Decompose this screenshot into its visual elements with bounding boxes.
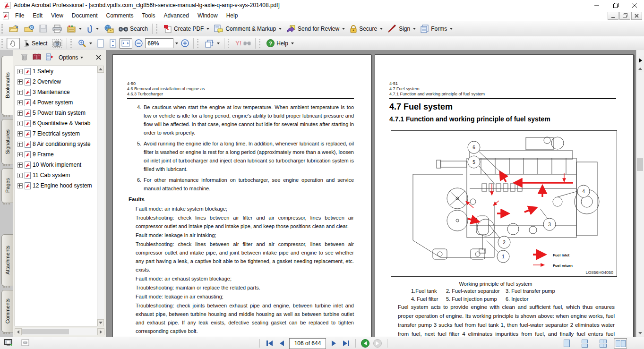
last-page-button[interactable] [341, 339, 351, 348]
restore-window-icon[interactable] [606, 0, 625, 10]
toolbar-grip[interactable] [70, 39, 73, 48]
zoom-level-input[interactable] [145, 38, 173, 48]
bookmark-item[interactable]: 2 Overview [15, 77, 104, 87]
email-button[interactable] [101, 23, 116, 34]
bookmark-item[interactable]: 1 Safety [15, 66, 104, 77]
menu-advanced[interactable]: Advanced [160, 11, 193, 20]
menu-window[interactable]: Window [193, 11, 222, 20]
menu-edit[interactable]: Edit [28, 11, 47, 20]
hide-panel-icon[interactable] [636, 56, 644, 65]
help-dropdown-icon[interactable] [291, 43, 294, 44]
rotate-pages-button[interactable] [202, 38, 222, 49]
bookmark-item[interactable]: 8 Air conditioning syste [15, 139, 104, 149]
pdf-page-left[interactable]: 4-50 4.6 Removal and installation of eng… [112, 54, 371, 337]
menu-file[interactable]: File [11, 11, 28, 20]
facing-layout-button[interactable] [614, 338, 627, 349]
reading-mode-icon[interactable] [4, 339, 13, 349]
expand-icon[interactable] [17, 183, 23, 188]
expand-icon[interactable] [17, 79, 23, 85]
save-button[interactable] [37, 23, 50, 34]
expand-icon[interactable] [17, 173, 23, 178]
expand-bookmark-icon[interactable] [33, 53, 41, 62]
bookmarks-options-button[interactable]: Options [59, 54, 83, 61]
attach-dropdown-icon[interactable] [96, 28, 99, 30]
zoom-in-button[interactable] [179, 38, 191, 49]
toolbar-grip[interactable] [156, 24, 159, 34]
toolbar-grip[interactable] [1, 24, 4, 34]
expand-icon[interactable] [17, 142, 23, 147]
tab-attachments[interactable]: Attachments [1, 234, 13, 286]
sign-button[interactable]: Sign [385, 23, 418, 34]
tab-signatures[interactable]: Signatures [1, 119, 13, 164]
next-page-button[interactable] [329, 339, 338, 348]
comment-markup-dropdown-icon[interactable] [279, 28, 282, 30]
expand-icon[interactable] [17, 131, 23, 136]
expand-icon[interactable] [17, 162, 23, 168]
hand-tool-button[interactable] [7, 38, 20, 49]
send-for-review-button[interactable]: Send for Review [284, 23, 347, 34]
document-vertical-scrollbar[interactable] [636, 50, 644, 337]
bookmarks-vertical-scrollbar[interactable] [97, 66, 104, 326]
organizer-open-button[interactable] [22, 23, 37, 34]
bookmarks-horizontal-scrollbar[interactable] [15, 328, 104, 335]
scroll-left-icon[interactable] [15, 328, 22, 335]
menu-comments[interactable]: Comments [102, 11, 138, 20]
first-page-button[interactable] [265, 339, 274, 348]
scroll-down-icon[interactable] [97, 319, 104, 326]
scroll-right-icon[interactable] [97, 328, 104, 335]
single-page-layout-button[interactable] [560, 338, 573, 349]
forms-button[interactable]: Forms [418, 23, 455, 34]
toolbar-grip[interactable] [1, 39, 4, 48]
expand-icon[interactable] [17, 111, 23, 116]
bookmark-item[interactable]: 7 Electrical system [15, 128, 104, 139]
yahoo-search-button[interactable]: Y! [233, 38, 253, 48]
expand-icon[interactable] [17, 121, 23, 126]
bookmark-item[interactable]: 11 Cab system [15, 170, 104, 180]
previous-page-button[interactable] [277, 339, 286, 348]
toolbar-grip[interactable] [228, 39, 231, 48]
rotate-pages-dropdown-icon[interactable] [217, 43, 220, 44]
scrollbar-thumb[interactable] [637, 158, 643, 171]
expand-icon[interactable] [17, 90, 23, 95]
bookmark-item[interactable]: 3 Maintenance [15, 87, 104, 97]
create-pdf-dropdown-icon[interactable] [206, 28, 209, 30]
menu-view[interactable]: View [47, 11, 68, 20]
new-bookmark-icon[interactable] [46, 53, 54, 62]
tab-bookmarks[interactable]: Bookmarks [1, 56, 13, 115]
doc-minimize-icon[interactable] [608, 12, 618, 20]
tab-pages[interactable]: Pages [1, 168, 13, 203]
next-view-button[interactable] [373, 339, 382, 348]
actual-size-button[interactable] [94, 38, 107, 49]
scroll-up-icon[interactable] [97, 66, 104, 73]
expand-icon[interactable] [17, 69, 23, 74]
attach-button[interactable] [84, 23, 101, 34]
continuous-layout-button[interactable] [578, 338, 591, 349]
zoom-out-button[interactable] [132, 38, 145, 49]
expand-icon[interactable] [17, 152, 23, 157]
expand-icon[interactable] [17, 100, 23, 105]
secure-dropdown-icon[interactable] [380, 28, 383, 30]
bookmark-item[interactable]: 4 Power system [15, 97, 104, 108]
zoom-tool-dropdown-icon[interactable] [89, 43, 92, 44]
bookmark-item[interactable]: 6 Quantitative & Variab [15, 118, 104, 128]
open-button[interactable] [7, 23, 22, 34]
secure-button[interactable]: Secure [347, 23, 385, 34]
fit-width-button[interactable] [119, 38, 132, 49]
comment-markup-button[interactable]: Comment & Markup [212, 23, 284, 34]
page-size-icon[interactable] [21, 339, 29, 348]
menu-document[interactable]: Document [68, 11, 102, 20]
select-tool-button[interactable]: Select [20, 38, 50, 49]
fit-page-button[interactable] [107, 38, 119, 49]
delete-bookmark-icon[interactable] [21, 53, 28, 62]
doc-restore-icon[interactable] [619, 12, 630, 20]
menu-tools[interactable]: Tools [138, 11, 160, 20]
zoom-level-dropdown-icon[interactable] [173, 39, 179, 48]
page-number-input[interactable] [289, 338, 326, 349]
bookmark-item[interactable]: 12 Engine hood system [15, 180, 104, 191]
minimize-window-icon[interactable] [587, 0, 606, 10]
scroll-up-icon[interactable] [636, 65, 644, 72]
close-panel-icon[interactable] [96, 53, 101, 62]
print-button[interactable] [50, 23, 64, 34]
pdf-page-right[interactable]: 4-51 4.7 Fuel system 4.7.1 Function and … [375, 54, 634, 337]
zoom-tool-button[interactable] [76, 38, 94, 49]
